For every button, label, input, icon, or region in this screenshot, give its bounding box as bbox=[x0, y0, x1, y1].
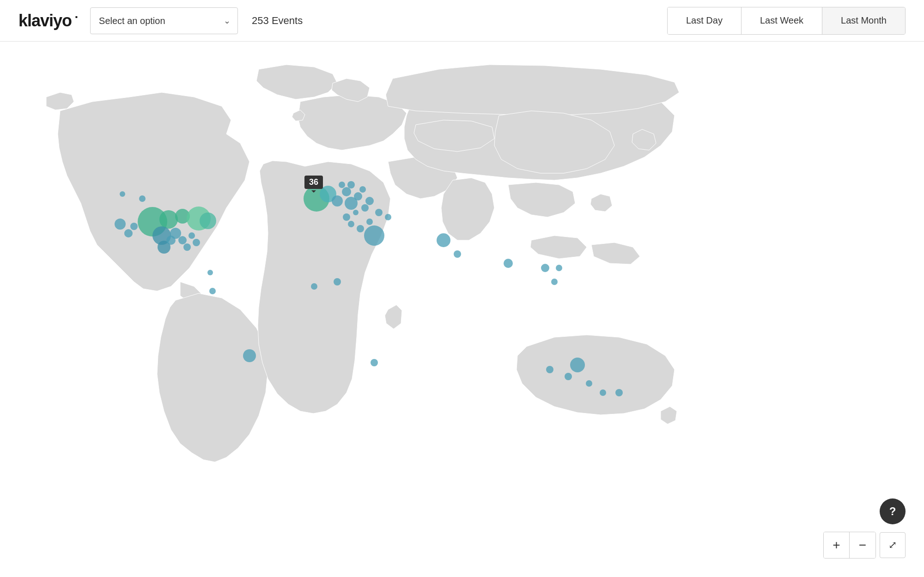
expand-button[interactable]: ⤢ bbox=[880, 532, 906, 558]
time-filter-group: Last Day Last Week Last Month bbox=[667, 7, 906, 35]
header: klaviyo Select an option ⌄ 253 Events La… bbox=[0, 0, 924, 42]
map-container[interactable]: 36 ? + − ⤢ bbox=[0, 42, 924, 577]
zoom-in-button[interactable]: + bbox=[824, 532, 850, 558]
help-button[interactable]: ? bbox=[880, 498, 906, 524]
last-week-button[interactable]: Last Week bbox=[742, 7, 822, 34]
last-month-button[interactable]: Last Month bbox=[822, 7, 905, 34]
event-select-wrapper: Select an option ⌄ bbox=[90, 7, 238, 34]
zoom-controls: + − bbox=[823, 532, 876, 559]
events-count: 253 Events bbox=[252, 15, 303, 27]
last-day-button[interactable]: Last Day bbox=[668, 7, 742, 34]
map-controls: ? + − ⤢ bbox=[823, 498, 906, 559]
event-select[interactable]: Select an option bbox=[90, 7, 238, 34]
world-map bbox=[0, 42, 924, 577]
klaviyo-logo: klaviyo bbox=[18, 11, 72, 30]
zoom-out-button[interactable]: − bbox=[850, 532, 875, 558]
